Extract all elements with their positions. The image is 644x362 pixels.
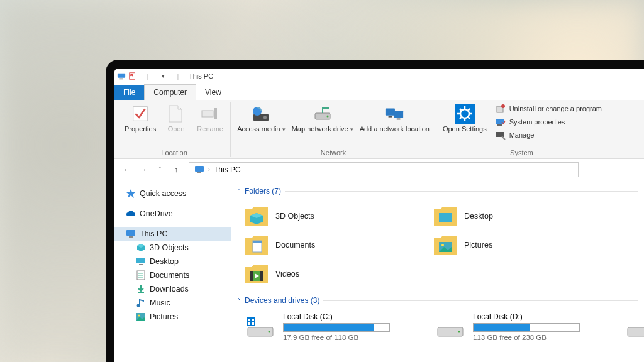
system-properties-label: System properties <box>509 118 565 126</box>
svg-rect-61 <box>628 327 644 336</box>
svg-rect-51 <box>260 271 263 281</box>
group-label-network: Network <box>236 147 431 157</box>
folder-3d-icon <box>244 205 269 228</box>
rename-icon <box>200 104 220 124</box>
drive-c-usage-bar <box>283 323 390 332</box>
pictures-icon <box>136 312 146 322</box>
svg-rect-46 <box>253 241 262 243</box>
folder-videos[interactable]: Videos <box>244 260 395 288</box>
sidebar-this-pc[interactable]: This PC <box>114 227 231 241</box>
folder-label: Documents <box>275 241 315 250</box>
svg-rect-14 <box>397 119 401 120</box>
drives-header-label: Devices and drives (3) <box>245 296 319 305</box>
drive-c-icon <box>244 312 277 339</box>
desktop-icon <box>136 256 146 266</box>
cloud-icon <box>126 209 136 219</box>
svg-rect-11 <box>386 109 395 116</box>
folder-label: Videos <box>275 270 299 278</box>
drive-c-free: 17.9 GB free of 118 GB <box>283 334 396 341</box>
svg-point-48 <box>441 244 444 246</box>
access-media-button[interactable]: Access media ▾ <box>236 102 287 134</box>
properties-button[interactable]: Properties <box>123 102 157 134</box>
properties-label: Properties <box>125 125 156 133</box>
rename-label: Rename <box>197 125 223 133</box>
tab-computer[interactable]: Computer <box>144 84 196 100</box>
uninstall-program-button[interactable]: Uninstall or change a program <box>496 102 602 115</box>
sidebar-music[interactable]: Music <box>114 296 231 310</box>
sidebar-label: 3D Objects <box>150 243 189 252</box>
breadcrumb-separator-icon[interactable]: › <box>208 167 210 173</box>
sidebar-3d-objects[interactable]: 3D Objects <box>114 241 231 255</box>
drive-d-usage-bar <box>473 323 580 332</box>
uninstall-label: Uninstall or change a program <box>509 105 602 112</box>
folder-documents[interactable]: Documents <box>244 231 395 260</box>
svg-rect-4 <box>202 111 213 117</box>
drive-c[interactable]: Local Disk (C:) 17.9 GB free of 118 GB <box>244 312 396 341</box>
system-properties-button[interactable]: System properties <box>496 116 602 128</box>
folder-label: Pictures <box>464 241 492 250</box>
sidebar-label: Desktop <box>150 257 179 266</box>
manage-icon <box>496 130 506 140</box>
svg-rect-3 <box>133 107 148 121</box>
drive-e[interactable]: Local Disk (E:) 35.1 GB free of 4… <box>624 312 644 341</box>
ribbon-tabs: File Computer View <box>114 84 644 100</box>
svg-point-26 <box>501 104 505 108</box>
sidebar-desktop[interactable]: Desktop <box>114 255 231 268</box>
folder-videos-icon <box>244 263 269 285</box>
separator: | <box>143 72 152 80</box>
svg-point-53 <box>269 331 270 333</box>
quick-access-toolbar: | ▾ | <box>117 72 186 80</box>
sidebar-pictures[interactable]: Pictures <box>114 310 231 324</box>
qat-dropdown-icon[interactable]: ▾ <box>158 72 167 80</box>
svg-rect-13 <box>389 116 392 118</box>
folders-section-header[interactable]: ˅ Folders (7) <box>231 184 638 199</box>
sidebar-label: This PC <box>140 229 167 238</box>
document-icon <box>166 104 186 124</box>
folder-desktop[interactable]: Desktop <box>433 202 584 231</box>
open-settings-button[interactable]: Open Settings <box>441 102 488 134</box>
map-network-drive-button[interactable]: Map network drive ▾ <box>291 102 355 134</box>
folder-desktop-icon <box>433 205 458 228</box>
svg-rect-56 <box>252 319 254 321</box>
drives-section-header[interactable]: ˅ Devices and drives (3) <box>231 293 638 309</box>
address-bar[interactable]: › This PC <box>189 162 579 177</box>
folders-header-label: Folders (7) <box>245 187 281 195</box>
sidebar-onedrive[interactable]: OneDrive <box>114 207 231 221</box>
open-settings-label: Open Settings <box>443 125 487 133</box>
drives-list: Local Disk (C:) 17.9 GB free of 118 GB L… <box>231 309 638 341</box>
add-network-location-button[interactable]: Add a network location <box>358 102 431 134</box>
folder-label: 3D Objects <box>275 212 314 221</box>
svg-point-43 <box>138 315 140 317</box>
svg-rect-33 <box>129 236 133 238</box>
tab-file[interactable]: File <box>114 85 144 100</box>
drive-d[interactable]: Local Disk (D:) 113 GB free of 238 GB <box>434 312 586 341</box>
forward-button[interactable]: → <box>136 162 151 177</box>
drive-d-free: 113 GB free of 238 GB <box>473 334 586 341</box>
back-button[interactable]: ← <box>119 162 135 177</box>
rename-button[interactable]: Rename <box>195 102 225 134</box>
folder-label: Desktop <box>464 212 493 221</box>
sidebar-label: Quick access <box>140 189 186 198</box>
sidebar-documents[interactable]: Documents <box>114 268 231 282</box>
properties-qat-icon[interactable] <box>128 72 137 80</box>
recent-dropdown-icon[interactable]: ˅ <box>152 162 167 177</box>
folder-3d-objects[interactable]: 3D Objects <box>244 202 395 231</box>
open-button[interactable]: Open <box>161 102 191 134</box>
svg-rect-57 <box>248 322 250 325</box>
navigation-pane: Quick access OneDrive This PC 3D Objects… <box>114 180 231 362</box>
sidebar-quick-access[interactable]: Quick access <box>114 187 231 200</box>
svg-rect-1 <box>119 79 123 80</box>
ribbon-group-location: Properties Open Rename Location <box>118 102 231 157</box>
folder-pictures[interactable]: Pictures <box>433 231 584 260</box>
up-button[interactable]: ↑ <box>169 162 184 177</box>
sidebar-downloads[interactable]: Downloads <box>114 282 231 296</box>
manage-button[interactable]: Manage <box>496 129 602 141</box>
settings-gear-icon <box>455 104 475 124</box>
open-label: Open <box>168 125 185 133</box>
window-title: This PC <box>189 72 213 80</box>
svg-rect-31 <box>197 172 201 173</box>
tab-view[interactable]: View <box>196 85 230 100</box>
system-props-icon <box>496 117 506 127</box>
separator: | <box>174 72 182 80</box>
breadcrumb-this-pc[interactable]: This PC <box>214 165 241 174</box>
